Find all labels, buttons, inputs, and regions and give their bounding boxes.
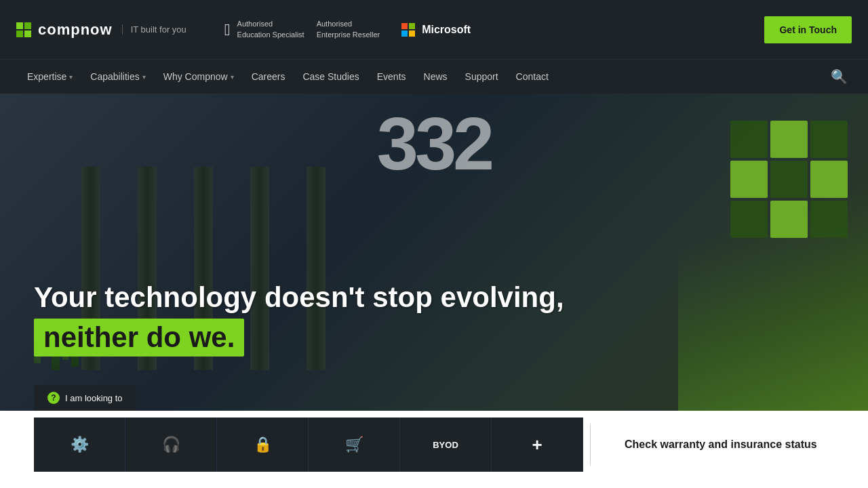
lock-icon: 🔒 xyxy=(254,436,272,453)
nav-why-compnow[interactable]: Why Compnow ▾ xyxy=(157,66,241,87)
nav-items: Expertise ▾ Capabilities ▾ Why Compnow ▾… xyxy=(20,66,555,87)
chevron-down-icon: ▾ xyxy=(231,73,234,81)
headset-icon: 🎧 xyxy=(162,436,180,453)
hero-title-line1: Your technology doesn't stop evolving, xyxy=(34,282,564,313)
looking-to-tab[interactable]: ? I am looking to xyxy=(34,385,136,411)
warranty-box: Check warranty and insurance status xyxy=(611,439,834,451)
apple-badge:  Authorised Education Specialist Author… xyxy=(224,19,380,40)
nav-contact[interactable]: Contact xyxy=(509,66,555,87)
tools-icon: ⚙️ xyxy=(71,436,89,453)
quick-action-security[interactable]: 🔒 xyxy=(217,418,309,472)
byod-label: BYOD xyxy=(433,440,458,450)
quick-action-byod[interactable]: BYOD xyxy=(400,418,492,472)
quick-action-shop[interactable]: 🛒 xyxy=(309,418,400,472)
logo-tagline: IT built for you xyxy=(122,24,186,35)
header-left: compnow IT built for you  Authorised Ed… xyxy=(16,19,471,40)
apple-badge-text: Authorised Education Specialist xyxy=(237,19,304,40)
quick-action-more[interactable]: + xyxy=(492,418,583,472)
quick-actions-bar: ⚙️ 🎧 🔒 🛒 BYOD + Check warranty and insur… xyxy=(0,411,868,479)
logo[interactable]: compnow IT built for you xyxy=(16,21,186,39)
question-icon: ? xyxy=(47,392,60,404)
main-nav: Expertise ▾ Capabilities ▾ Why Compnow ▾… xyxy=(0,60,868,94)
quick-action-tools[interactable]: ⚙️ xyxy=(34,418,125,472)
header-badges:  Authorised Education Specialist Author… xyxy=(224,19,471,40)
microsoft-icon xyxy=(401,23,415,37)
nav-events[interactable]: Events xyxy=(370,66,413,87)
site-header: compnow IT built for you  Authorised Ed… xyxy=(0,0,868,60)
nav-capabilities[interactable]: Capabilities ▾ xyxy=(83,66,152,87)
divider xyxy=(590,424,591,465)
logo-icon xyxy=(16,22,31,37)
nav-expertise[interactable]: Expertise ▾ xyxy=(20,66,79,87)
apple-icon:  xyxy=(224,20,231,39)
microsoft-label: Microsoft xyxy=(422,24,471,36)
cart-icon: 🛒 xyxy=(345,436,363,453)
nav-case-studies[interactable]: Case Studies xyxy=(296,66,366,87)
apple-badge-text2: Authorised Enterprise Reseller xyxy=(317,19,380,40)
nav-news[interactable]: News xyxy=(417,66,454,87)
chevron-down-icon: ▾ xyxy=(142,73,146,81)
nav-support[interactable]: Support xyxy=(458,66,505,87)
plus-icon: + xyxy=(532,434,542,455)
bottom-bar: ? I am looking to ⚙️ 🎧 🔒 🛒 BYOD + Check … xyxy=(0,411,868,488)
chevron-down-icon: ▾ xyxy=(69,73,73,81)
microsoft-badge: Microsoft xyxy=(401,23,471,37)
nav-careers[interactable]: Careers xyxy=(245,66,292,87)
get-in-touch-button[interactable]: Get in Touch xyxy=(764,16,852,43)
warranty-label: Check warranty and insurance status xyxy=(625,439,817,451)
hero-content: Your technology doesn't stop evolving, n… xyxy=(34,282,564,357)
quick-action-support[interactable]: 🎧 xyxy=(125,418,217,472)
hero-section: 332 Your technology doesn't stop evolvin… xyxy=(0,94,868,411)
hero-title-line2: neither do we. xyxy=(34,319,244,357)
logo-text: compnow xyxy=(38,21,113,39)
looking-to-label: I am looking to xyxy=(65,393,123,403)
search-icon[interactable]: 🔍 xyxy=(831,68,848,85)
